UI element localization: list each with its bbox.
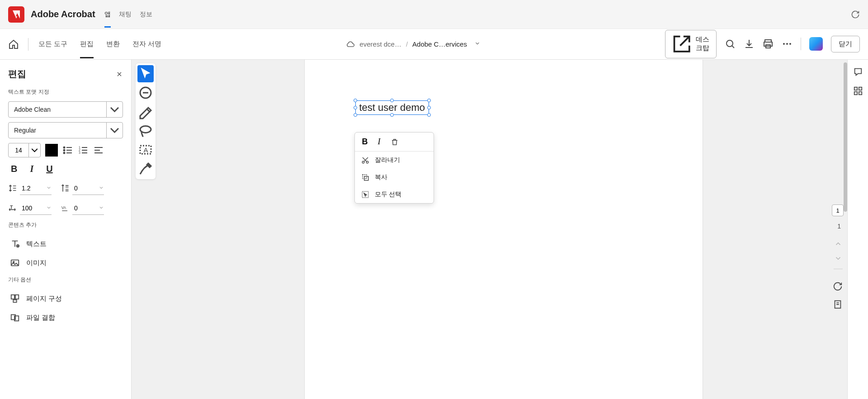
highlight-tool-icon[interactable] — [137, 103, 154, 120]
add-image-button[interactable]: 이미지 — [8, 253, 123, 272]
adobe-logo-icon — [8, 6, 24, 23]
close-button[interactable]: 닫기 — [831, 36, 860, 52]
ctx-select-all[interactable]: 모두 선택 — [355, 186, 434, 203]
underline-button[interactable]: U — [46, 164, 52, 174]
horizontal-scale-field[interactable]: T 100 — [8, 201, 52, 215]
resize-handle[interactable] — [427, 113, 431, 117]
cloud-icon — [346, 40, 355, 49]
bold-button[interactable]: B — [11, 164, 17, 174]
resize-handle[interactable] — [427, 106, 431, 109]
resize-handle[interactable] — [354, 113, 357, 117]
document-page[interactable]: test user demo B I — [305, 60, 703, 399]
top-tab-info[interactable]: 정보 — [140, 1, 152, 28]
desktop-button[interactable]: 데스크탑 — [665, 30, 717, 58]
font-family-value: Adobe Clean — [9, 102, 106, 117]
bullet-list-icon[interactable] — [62, 145, 73, 156]
align-icon[interactable] — [93, 145, 104, 156]
combine-files-button[interactable]: 파일 결합 — [8, 308, 123, 327]
download-icon[interactable] — [744, 38, 755, 49]
text-icon — [10, 239, 20, 249]
svg-point-4 — [783, 43, 785, 45]
font-weight-select[interactable]: Regular — [8, 122, 123, 138]
top-tab-app[interactable]: 앱 — [104, 1, 111, 28]
right-rail — [847, 60, 868, 399]
ctx-cut[interactable]: 잘라내기 — [355, 152, 434, 169]
lasso-tool-icon[interactable] — [137, 122, 154, 139]
sub-tab-edit[interactable]: 편집 — [80, 30, 94, 58]
resize-handle[interactable] — [354, 99, 357, 102]
svg-text:VA: VA — [61, 205, 66, 210]
text-color-swatch[interactable] — [45, 144, 58, 157]
svg-text:T: T — [10, 205, 13, 210]
line-height-icon — [8, 184, 17, 193]
close-icon[interactable] — [116, 71, 123, 78]
top-tab-chat[interactable]: 채팅 — [119, 1, 132, 28]
font-family-select[interactable]: Adobe Clean — [8, 101, 123, 118]
page-view-icon[interactable] — [833, 299, 843, 309]
more-icon[interactable] — [782, 38, 793, 49]
numbered-list-icon[interactable]: 123 — [78, 145, 89, 156]
page-input[interactable]: 1 — [832, 204, 844, 216]
add-image-label: 이미지 — [26, 259, 47, 267]
add-text-button[interactable]: 텍스트 — [8, 234, 123, 253]
breadcrumb-folder[interactable]: everest dce… — [359, 40, 401, 48]
top-tabs: 앱 채팅 정보 — [104, 1, 152, 28]
divider — [834, 269, 843, 269]
breadcrumb-file[interactable]: Adobe C…ervices — [412, 40, 467, 48]
comment-panel-icon[interactable] — [853, 67, 863, 77]
ctx-bold-button[interactable]: B — [362, 137, 368, 147]
resize-handle[interactable] — [354, 106, 357, 109]
avatar[interactable] — [809, 37, 823, 51]
ctx-italic-button[interactable]: I — [378, 137, 381, 147]
organize-pages-button[interactable]: 페이지 구성 — [8, 289, 123, 308]
pages-icon — [10, 294, 20, 304]
chevron-down-icon[interactable] — [474, 40, 481, 48]
print-icon[interactable] — [763, 38, 774, 49]
combine-icon — [10, 313, 20, 323]
font-size-value: 14 — [9, 143, 28, 157]
chevron-down-icon — [46, 184, 52, 192]
scrollbar-thumb[interactable] — [844, 62, 847, 212]
sub-tab-convert[interactable]: 변환 — [106, 30, 120, 58]
select-tool-icon[interactable] — [137, 65, 154, 82]
chevron-down-icon — [28, 143, 40, 157]
selected-text-box[interactable]: test user demo — [355, 100, 429, 115]
line-height-field[interactable]: 1.2 — [8, 181, 52, 195]
cut-icon — [361, 156, 369, 164]
svg-point-0 — [726, 40, 733, 47]
svg-point-5 — [786, 43, 788, 45]
resize-handle[interactable] — [427, 99, 431, 102]
svg-rect-20 — [13, 300, 16, 303]
search-icon[interactable] — [725, 38, 736, 49]
font-weight-value: Regular — [9, 123, 106, 138]
chevron-down-icon — [106, 123, 123, 138]
sub-tab-all-tools[interactable]: 모든 도구 — [38, 30, 67, 58]
italic-button[interactable]: I — [30, 164, 33, 174]
paragraph-spacing-field[interactable]: 0 — [61, 181, 104, 195]
ctx-copy[interactable]: 복사 — [355, 169, 434, 186]
page-total: 1 — [837, 223, 841, 230]
char-spacing-icon: VA — [61, 204, 70, 213]
rotate-icon[interactable] — [833, 281, 843, 291]
select-all-icon — [361, 190, 369, 199]
home-icon[interactable] — [8, 39, 19, 50]
grid-panel-icon[interactable] — [853, 86, 863, 96]
page-up-icon[interactable] — [834, 240, 842, 248]
text-box-tool-icon[interactable]: A — [137, 141, 154, 158]
copy-icon — [361, 173, 369, 181]
edit-panel: 편집 텍스트 포맷 지정 Adobe Clean Regular 14 123 — [0, 60, 132, 399]
char-spacing-field[interactable]: VA 0 — [61, 201, 104, 215]
trash-icon[interactable] — [391, 138, 399, 146]
svg-point-8 — [64, 150, 65, 151]
comment-tool-icon[interactable] — [137, 84, 154, 101]
tool-strip: A — [132, 60, 160, 399]
refresh-icon[interactable] — [851, 10, 860, 19]
horizontal-scale-icon: T — [8, 204, 17, 213]
font-size-input[interactable]: 14 — [8, 143, 41, 157]
section-text-format: 텍스트 포맷 지정 — [8, 88, 123, 96]
chevron-down-icon — [99, 204, 104, 212]
sub-tab-esign[interactable]: 전자 서명 — [132, 30, 161, 58]
page-down-icon[interactable] — [834, 254, 842, 262]
resize-handle[interactable] — [390, 113, 394, 117]
draw-tool-icon[interactable] — [137, 160, 154, 177]
